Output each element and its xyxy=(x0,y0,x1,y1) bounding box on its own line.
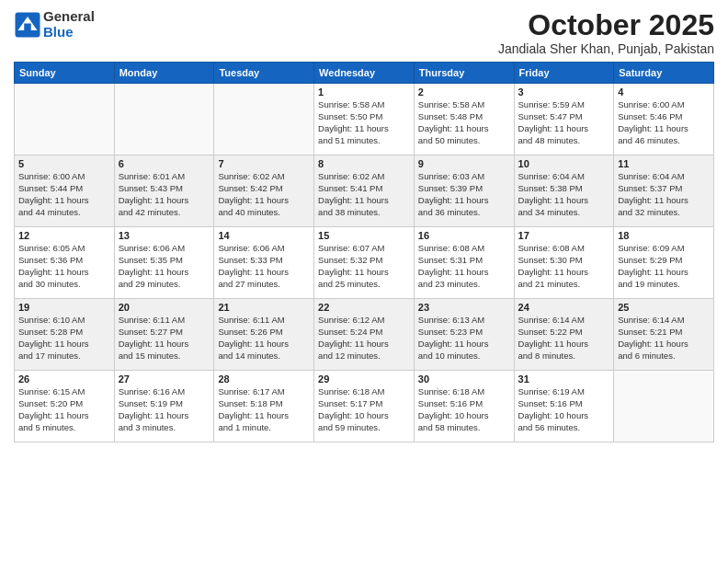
day-info: Sunrise: 6:17 AM Sunset: 5:18 PM Dayligh… xyxy=(218,386,310,433)
header-sunday: Sunday xyxy=(15,63,115,84)
calendar-cell xyxy=(614,371,714,442)
day-number: 13 xyxy=(119,230,210,241)
calendar-cell: 11Sunrise: 6:04 AM Sunset: 5:37 PM Dayli… xyxy=(614,155,714,227)
header-wednesday: Wednesday xyxy=(314,63,415,84)
calendar-cell: 17Sunrise: 6:08 AM Sunset: 5:30 PM Dayli… xyxy=(514,227,614,299)
calendar-cell: 13Sunrise: 6:06 AM Sunset: 5:35 PM Dayli… xyxy=(114,227,214,299)
calendar-cell: 23Sunrise: 6:13 AM Sunset: 5:23 PM Dayli… xyxy=(414,299,514,371)
day-info: Sunrise: 6:06 AM Sunset: 5:35 PM Dayligh… xyxy=(119,243,210,290)
calendar-cell: 12Sunrise: 6:05 AM Sunset: 5:36 PM Dayli… xyxy=(15,227,115,299)
day-number: 21 xyxy=(218,302,310,313)
day-info: Sunrise: 6:18 AM Sunset: 5:16 PM Dayligh… xyxy=(418,386,510,433)
calendar-cell: 9Sunrise: 6:03 AM Sunset: 5:39 PM Daylig… xyxy=(414,155,514,227)
calendar-week-row-5: 26Sunrise: 6:15 AM Sunset: 5:20 PM Dayli… xyxy=(15,371,714,442)
calendar-week-row-1: 1Sunrise: 5:58 AM Sunset: 5:50 PM Daylig… xyxy=(15,84,714,155)
day-info: Sunrise: 6:11 AM Sunset: 5:27 PM Dayligh… xyxy=(119,315,210,362)
calendar-cell: 31Sunrise: 6:19 AM Sunset: 5:16 PM Dayli… xyxy=(514,371,614,442)
calendar-cell: 19Sunrise: 6:10 AM Sunset: 5:28 PM Dayli… xyxy=(15,299,115,371)
calendar-cell: 6Sunrise: 6:01 AM Sunset: 5:43 PM Daylig… xyxy=(114,155,214,227)
calendar-week-row-3: 12Sunrise: 6:05 AM Sunset: 5:36 PM Dayli… xyxy=(15,227,714,299)
day-info: Sunrise: 6:04 AM Sunset: 5:38 PM Dayligh… xyxy=(518,171,610,218)
calendar-cell: 20Sunrise: 6:11 AM Sunset: 5:27 PM Dayli… xyxy=(114,299,214,371)
day-info: Sunrise: 6:05 AM Sunset: 5:36 PM Dayligh… xyxy=(18,243,110,290)
day-info: Sunrise: 6:00 AM Sunset: 5:44 PM Dayligh… xyxy=(18,171,110,218)
calendar-cell: 24Sunrise: 6:14 AM Sunset: 5:22 PM Dayli… xyxy=(514,299,614,371)
calendar-cell xyxy=(114,84,214,155)
day-info: Sunrise: 6:11 AM Sunset: 5:26 PM Dayligh… xyxy=(218,315,310,362)
day-number: 31 xyxy=(518,373,610,385)
title-section: October 2025 Jandiala Sher Khan, Punjab,… xyxy=(498,9,714,56)
location-label: Jandiala Sher Khan, Punjab, Pakistan xyxy=(498,41,714,56)
calendar-week-row-2: 5Sunrise: 6:00 AM Sunset: 5:44 PM Daylig… xyxy=(15,155,714,227)
calendar-cell: 2Sunrise: 5:58 AM Sunset: 5:48 PM Daylig… xyxy=(414,84,514,155)
weekday-header-row: Sunday Monday Tuesday Wednesday Thursday… xyxy=(15,63,714,84)
day-number: 24 xyxy=(518,302,610,313)
calendar-cell: 25Sunrise: 6:14 AM Sunset: 5:21 PM Dayli… xyxy=(614,299,714,371)
day-number: 15 xyxy=(318,230,410,241)
day-info: Sunrise: 6:18 AM Sunset: 5:17 PM Dayligh… xyxy=(318,386,410,433)
day-number: 1 xyxy=(318,86,410,98)
calendar-cell: 28Sunrise: 6:17 AM Sunset: 5:18 PM Dayli… xyxy=(214,371,314,442)
day-number: 25 xyxy=(618,302,710,313)
logo-general-label: General xyxy=(43,9,95,25)
day-number: 6 xyxy=(119,158,210,169)
day-number: 30 xyxy=(418,373,510,385)
day-info: Sunrise: 6:08 AM Sunset: 5:30 PM Dayligh… xyxy=(518,243,610,290)
calendar-cell: 7Sunrise: 6:02 AM Sunset: 5:42 PM Daylig… xyxy=(214,155,314,227)
day-number: 18 xyxy=(618,230,710,241)
header-saturday: Saturday xyxy=(614,63,714,84)
day-number: 4 xyxy=(618,86,710,98)
calendar-cell: 30Sunrise: 6:18 AM Sunset: 5:16 PM Dayli… xyxy=(414,371,514,442)
day-number: 8 xyxy=(318,158,410,169)
header-friday: Friday xyxy=(514,63,614,84)
logo: General Blue xyxy=(14,9,95,40)
calendar-cell: 29Sunrise: 6:18 AM Sunset: 5:17 PM Dayli… xyxy=(314,371,415,442)
day-info: Sunrise: 6:14 AM Sunset: 5:22 PM Dayligh… xyxy=(518,315,610,362)
calendar-cell: 1Sunrise: 5:58 AM Sunset: 5:50 PM Daylig… xyxy=(314,84,415,155)
day-info: Sunrise: 6:00 AM Sunset: 5:46 PM Dayligh… xyxy=(618,99,710,146)
day-info: Sunrise: 6:06 AM Sunset: 5:33 PM Dayligh… xyxy=(218,243,310,290)
calendar-cell: 8Sunrise: 6:02 AM Sunset: 5:41 PM Daylig… xyxy=(314,155,415,227)
calendar-cell: 14Sunrise: 6:06 AM Sunset: 5:33 PM Dayli… xyxy=(214,227,314,299)
day-info: Sunrise: 6:08 AM Sunset: 5:31 PM Dayligh… xyxy=(418,243,510,290)
day-info: Sunrise: 6:03 AM Sunset: 5:39 PM Dayligh… xyxy=(418,171,510,218)
day-info: Sunrise: 6:15 AM Sunset: 5:20 PM Dayligh… xyxy=(18,386,110,433)
day-number: 11 xyxy=(618,158,710,169)
day-number: 14 xyxy=(218,230,310,241)
day-number: 20 xyxy=(119,302,210,313)
day-info: Sunrise: 6:02 AM Sunset: 5:41 PM Dayligh… xyxy=(318,171,410,218)
day-info: Sunrise: 6:16 AM Sunset: 5:19 PM Dayligh… xyxy=(119,386,210,433)
day-info: Sunrise: 6:02 AM Sunset: 5:42 PM Dayligh… xyxy=(218,171,310,218)
day-info: Sunrise: 5:59 AM Sunset: 5:47 PM Dayligh… xyxy=(518,99,610,146)
calendar-cell: 22Sunrise: 6:12 AM Sunset: 5:24 PM Dayli… xyxy=(314,299,415,371)
day-number: 16 xyxy=(418,230,510,241)
calendar-cell xyxy=(214,84,314,155)
calendar-cell: 21Sunrise: 6:11 AM Sunset: 5:26 PM Dayli… xyxy=(214,299,314,371)
day-number: 9 xyxy=(418,158,510,169)
header-monday: Monday xyxy=(114,63,214,84)
calendar-cell: 5Sunrise: 6:00 AM Sunset: 5:44 PM Daylig… xyxy=(15,155,115,227)
day-info: Sunrise: 5:58 AM Sunset: 5:50 PM Dayligh… xyxy=(318,99,410,146)
calendar-cell: 16Sunrise: 6:08 AM Sunset: 5:31 PM Dayli… xyxy=(414,227,514,299)
day-number: 23 xyxy=(418,302,510,313)
logo-blue-label: Blue xyxy=(43,25,95,40)
day-info: Sunrise: 5:58 AM Sunset: 5:48 PM Dayligh… xyxy=(418,99,510,146)
day-info: Sunrise: 6:01 AM Sunset: 5:43 PM Dayligh… xyxy=(119,171,210,218)
calendar-table: Sunday Monday Tuesday Wednesday Thursday… xyxy=(14,62,714,442)
day-number: 26 xyxy=(18,373,110,385)
day-number: 27 xyxy=(119,373,210,385)
calendar-cell: 10Sunrise: 6:04 AM Sunset: 5:38 PM Dayli… xyxy=(514,155,614,227)
logo-text: General Blue xyxy=(43,9,95,40)
calendar-cell: 18Sunrise: 6:09 AM Sunset: 5:29 PM Dayli… xyxy=(614,227,714,299)
day-number: 2 xyxy=(418,86,510,98)
svg-rect-2 xyxy=(24,23,31,30)
day-info: Sunrise: 6:12 AM Sunset: 5:24 PM Dayligh… xyxy=(318,315,410,362)
day-number: 17 xyxy=(518,230,610,241)
day-number: 7 xyxy=(218,158,310,169)
page-header: General Blue October 2025 Jandiala Sher … xyxy=(14,9,714,56)
month-title: October 2025 xyxy=(498,9,714,41)
day-number: 12 xyxy=(18,230,110,241)
day-number: 22 xyxy=(318,302,410,313)
calendar-week-row-4: 19Sunrise: 6:10 AM Sunset: 5:28 PM Dayli… xyxy=(15,299,714,371)
day-info: Sunrise: 6:04 AM Sunset: 5:37 PM Dayligh… xyxy=(618,171,710,218)
